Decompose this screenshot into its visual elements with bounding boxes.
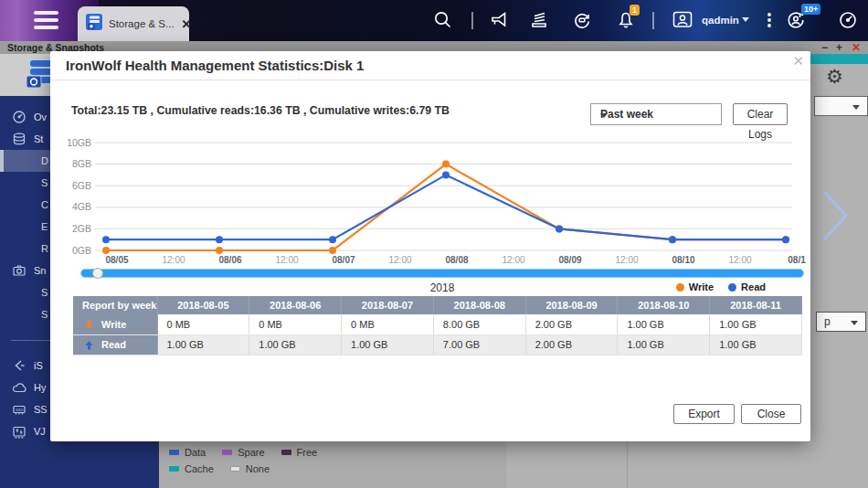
app-tab-storage-snapshots[interactable]: Storage & S... ✕ xyxy=(78,6,189,41)
taskbar-separator-2 xyxy=(652,12,654,29)
dialog-title-divider xyxy=(50,80,810,80)
sidebar-item-label: S xyxy=(41,287,48,298)
screen: Storage & S... ✕ 1 qadmin 10+ Storage & xyxy=(0,0,868,488)
window-close-icon[interactable]: ✕ xyxy=(852,41,861,54)
period-caret-icon xyxy=(600,113,608,118)
svg-text:08/10: 08/10 xyxy=(672,255,694,265)
table-cell: 0 MB xyxy=(157,314,249,334)
pool-legend-cache: Cache xyxy=(169,463,214,474)
dropdown-partial-text: p xyxy=(824,315,831,328)
svg-text:08/08: 08/08 xyxy=(445,255,468,265)
svg-text:10GB: 10GB xyxy=(67,137,91,148)
table-header-report-by-week: Report by week xyxy=(73,296,157,314)
slider-handle[interactable] xyxy=(92,268,103,279)
vjbod-icon xyxy=(12,424,27,440)
table-cell: 2.00 GB xyxy=(525,334,618,355)
legend-read: Read xyxy=(728,281,766,292)
iwhm-chart: 10GB8GB6GB4GB2GB0GB08/0512:0008/0612:000… xyxy=(50,135,810,274)
svg-text:0GB: 0GB xyxy=(72,245,91,256)
row-label-write: Write xyxy=(73,314,157,334)
snapshot-icon xyxy=(12,263,27,279)
svg-text:12:00: 12:00 xyxy=(502,255,524,265)
table-cell: 8.00 GB xyxy=(433,314,525,334)
sidebar-item-label: VJ xyxy=(34,426,46,437)
close-button[interactable]: Close xyxy=(741,404,801,424)
dialog-close-icon[interactable]: ✕ xyxy=(792,53,804,69)
table-header-date: 2018-08-07 xyxy=(342,296,434,314)
svg-text:12:00: 12:00 xyxy=(388,255,411,265)
export-button[interactable]: Export xyxy=(673,404,735,424)
user-menu-caret-icon[interactable] xyxy=(742,17,749,22)
table-cell: 0 MB xyxy=(249,314,342,334)
table-cell: 1.00 GB xyxy=(710,334,802,355)
settings-gear-icon[interactable]: ⚙ xyxy=(826,66,843,88)
svg-text:08/07: 08/07 xyxy=(332,255,355,265)
logs-icon[interactable] xyxy=(529,10,549,30)
sidebar-item-label: S xyxy=(41,309,48,320)
svg-text:SSD: SSD xyxy=(16,408,24,412)
sidebar-item-label: iS xyxy=(34,360,43,371)
panel-divider xyxy=(627,441,628,488)
table-row-write: Write0 MB0 MB0 MB8.00 GB2.00 GB1.00 GB1.… xyxy=(73,314,802,334)
sidebar-item-label: E xyxy=(41,221,48,232)
sidebar-item-label: C xyxy=(41,199,48,210)
dashboard-icon[interactable] xyxy=(838,10,858,30)
table-header-date: 2018-08-05 xyxy=(157,296,249,314)
svg-text:12:00: 12:00 xyxy=(615,255,638,265)
svg-text:4GB: 4GB xyxy=(72,201,91,212)
table-cell: 1.00 GB xyxy=(157,334,249,355)
sidebar-item-label: D xyxy=(41,155,48,166)
background-dropdown[interactable] xyxy=(814,96,868,116)
background-dropdown-2[interactable]: p xyxy=(816,312,866,332)
more-options-icon[interactable] xyxy=(759,10,779,30)
table-cell: 0 MB xyxy=(342,314,434,334)
pool-legend-row-2: CacheNone xyxy=(169,463,286,474)
svg-text:08/09: 08/09 xyxy=(558,255,581,265)
svg-text:08/1: 08/1 xyxy=(788,255,806,265)
main-menu-button[interactable] xyxy=(34,11,58,30)
sync-status-icon[interactable] xyxy=(572,10,592,30)
svg-text:6GB: 6GB xyxy=(72,180,91,191)
table-row-read: Read1.00 GB1.00 GB1.00 GB7.00 GB2.00 GB1… xyxy=(73,334,802,355)
gauge-icon xyxy=(12,110,27,125)
report-table: Report by week2018-08-052018-08-062018-0… xyxy=(73,296,802,355)
pool-legend-none: None xyxy=(230,463,270,474)
sidebar-item-label: St xyxy=(34,133,43,144)
time-range-slider[interactable] xyxy=(80,269,804,278)
clear-logs-button[interactable]: Clear Logs xyxy=(733,103,788,125)
announcement-icon[interactable] xyxy=(490,10,510,30)
table-header-date: 2018-08-11 xyxy=(710,296,802,314)
table-cell: 1.00 GB xyxy=(249,334,342,355)
window-maximize-icon[interactable]: + xyxy=(836,41,842,54)
dropdown-caret-icon xyxy=(852,105,860,110)
svg-text:12:00: 12:00 xyxy=(275,255,298,265)
iscsi-icon xyxy=(12,358,27,374)
search-icon[interactable] xyxy=(433,10,453,30)
pool-legend-data: Data xyxy=(169,447,206,458)
tab-label: Storage & S... xyxy=(109,18,175,29)
taskbar-separator xyxy=(471,12,473,29)
user-avatar-icon[interactable] xyxy=(672,10,693,30)
row-label-read: Read xyxy=(73,334,157,355)
table-header-date: 2018-08-10 xyxy=(618,296,710,314)
svg-text:8GB: 8GB xyxy=(72,158,91,169)
table-header-date: 2018-08-09 xyxy=(525,296,618,314)
table-cell: 1.00 GB xyxy=(618,314,710,334)
usage-summary: Total:23.15 TB , Cumulative reads:16.36 … xyxy=(71,104,450,117)
period-select[interactable]: Past week xyxy=(590,103,722,125)
cloud-icon xyxy=(12,380,27,396)
svg-text:08/05: 08/05 xyxy=(105,255,128,265)
svg-text:2GB: 2GB xyxy=(72,223,91,234)
sidebar-item-label: Hy xyxy=(34,382,46,393)
table-header-date: 2018-08-06 xyxy=(249,296,342,314)
window-minimize-icon[interactable]: − xyxy=(821,41,828,54)
pool-legend-row-1: DataSpareFree xyxy=(169,447,333,458)
carousel-next-icon[interactable] xyxy=(820,187,852,244)
table-cell: 7.00 GB xyxy=(433,334,525,355)
tab-close-icon[interactable]: ✕ xyxy=(182,17,192,31)
sidebar-item-label: R xyxy=(41,243,48,254)
background-task-badge: 10+ xyxy=(801,4,820,15)
period-select-value: Past week xyxy=(600,108,653,121)
legend-write: Write xyxy=(676,281,714,292)
username-label[interactable]: qadmin xyxy=(702,15,739,26)
